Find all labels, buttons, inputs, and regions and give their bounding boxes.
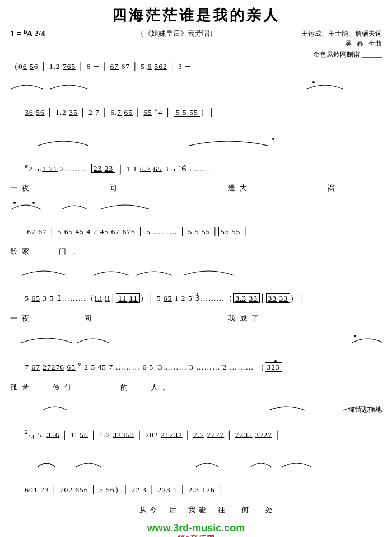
- subtitle: （《姐妹皇后》云芳唱）: [60, 29, 292, 39]
- svg-point-0: [312, 81, 315, 83]
- credits: 王运成、王士能、詹硕夫词 吴 春 生曲: [292, 29, 382, 49]
- music-line-1: （06 56 │ 1.2 765 │ 6 ─ │ 67 67 │ 5.6 562…: [10, 62, 382, 74]
- lyrics-8: 从今 后 我能 往 何 处: [10, 505, 382, 516]
- music-notation: （06 56 │ 1.2 765 │ 6 ─ │ 67 67 │ 5.6 562…: [10, 62, 382, 537]
- arranger-credit: 金色凤铃网制谱 ______: [10, 50, 382, 59]
- svg-point-5: [274, 360, 277, 362]
- slur-svg-4: [10, 200, 382, 212]
- music-line-4: 67 67│ 5 65 45 4 2 45 67 676 │ 5 ……… │5.…: [10, 209, 382, 245]
- slur-svg-7: [10, 401, 382, 413]
- lyrics-4: 毁家 门，: [10, 246, 382, 258]
- key-signature: 1 = ᵇA 2/4: [10, 29, 60, 39]
- slur-svg-3: [10, 137, 382, 148]
- slur-svg-8: [10, 458, 382, 469]
- svg-point-2: [13, 202, 16, 204]
- song-title: 四海茫茫谁是我的亲人: [10, 6, 382, 25]
- svg-point-3: [32, 202, 35, 204]
- music-line-8: 601 23 │ 702 656 │ 5 56）│ 22 3 │ 223 1 │…: [10, 467, 382, 504]
- slur-svg-6: [10, 334, 382, 345]
- lyrics-6: 孤苦 伶仃 的 人。: [10, 382, 382, 394]
- music-line-5: 5 65 3 5 1̂………（i.i ii│11 11）│ 5 65 1 2 5…: [10, 275, 382, 312]
- svg-point-4: [354, 335, 356, 337]
- slur-svg-5: [10, 267, 382, 278]
- svg-point-1: [272, 138, 274, 140]
- music-line-7: 2/4 5. 356 │ 1. 56 │ 1.2 32353 │ 202 212…: [10, 410, 382, 449]
- music-line-2: 36 56 │ 1.2 35 │ 2 7 │ 6.7 65 │ 65 #4 │ …: [10, 88, 382, 127]
- lyrics-3: 一夜 间 遭大 祸: [10, 183, 382, 194]
- music-line-6: 7 67 27276 65 v 2 5 45 7 ……… 6 5 ₛ3………ₛ3…: [10, 343, 382, 381]
- watermark-url: www.3rd-music.com: [10, 522, 382, 534]
- watermark-chinese: 第3音乐网: [10, 534, 382, 537]
- slur-svg-2: [10, 80, 382, 91]
- music-line-3: #2 5.1 71 2……… 23 23 │ 1 1 6.7 65 3 5 76…: [10, 144, 382, 183]
- lyrics-5: 一夜 间 我成了: [10, 314, 382, 325]
